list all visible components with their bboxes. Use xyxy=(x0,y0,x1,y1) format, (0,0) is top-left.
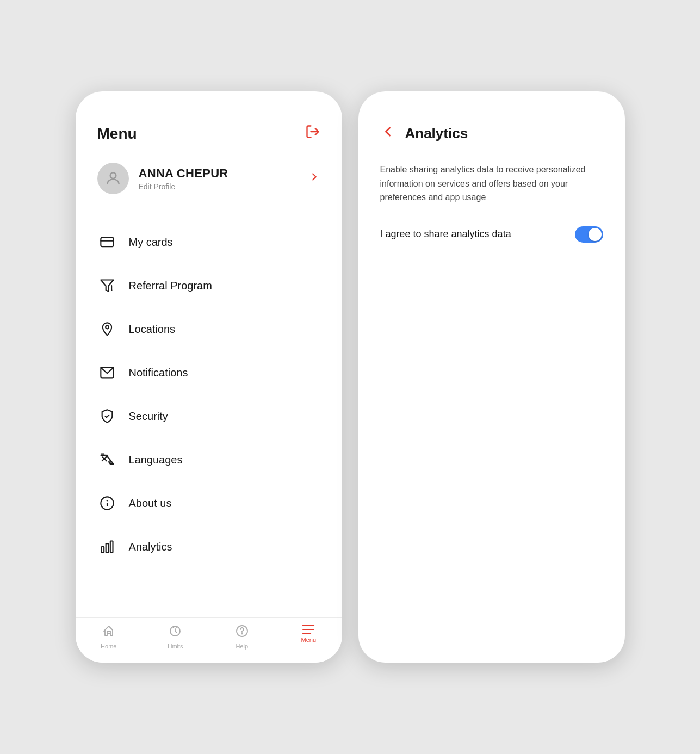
menu-item-languages-label: Languages xyxy=(129,454,183,466)
menu-title: Menu xyxy=(97,125,137,143)
menu-header: Menu xyxy=(97,124,320,143)
notifications-icon xyxy=(97,363,117,382)
nav-menu-label: Menu xyxy=(301,636,316,643)
referral-icon xyxy=(97,276,117,295)
toggle-track xyxy=(575,226,603,243)
analytics-toggle[interactable] xyxy=(575,226,603,243)
svg-point-1 xyxy=(110,172,116,178)
menu-item-locations-label: Locations xyxy=(129,323,176,336)
phones-container: Menu xyxy=(76,91,625,663)
menu-item-my-cards[interactable]: My cards xyxy=(97,220,320,264)
menu-item-analytics[interactable]: Analytics xyxy=(97,525,320,568)
analytics-toggle-row: I agree to share analytics data xyxy=(380,226,603,243)
languages-icon xyxy=(97,450,117,469)
profile-section[interactable]: ANNA CHEPUR Edit Profile xyxy=(97,163,320,194)
nav-item-limits[interactable]: Limits xyxy=(142,625,209,650)
profile-info: ANNA CHEPUR Edit Profile xyxy=(139,166,308,191)
menu-item-security[interactable]: Security xyxy=(97,394,320,438)
menu-icon xyxy=(302,625,314,634)
back-button[interactable] xyxy=(380,124,395,143)
menu-item-security-label: Security xyxy=(129,410,168,423)
toggle-label: I agree to share analytics data xyxy=(380,228,511,240)
menu-item-about-label: About us xyxy=(129,497,172,510)
svg-rect-2 xyxy=(101,238,113,246)
profile-arrow-icon xyxy=(308,171,320,186)
avatar xyxy=(97,163,129,194)
toggle-thumb xyxy=(589,228,602,241)
cards-icon xyxy=(97,232,117,252)
menu-item-languages[interactable]: Languages xyxy=(97,438,320,481)
menu-item-analytics-label: Analytics xyxy=(129,541,172,553)
menu-item-my-cards-label: My cards xyxy=(129,236,173,249)
menu-item-referral-label: Referral Program xyxy=(129,280,212,292)
analytics-page-title: Analytics xyxy=(405,125,468,142)
svg-rect-13 xyxy=(110,541,113,553)
about-icon xyxy=(97,493,117,513)
nav-limits-label: Limits xyxy=(168,643,183,650)
logout-icon[interactable] xyxy=(305,124,320,143)
menu-item-notifications-label: Notifications xyxy=(129,367,188,379)
svg-point-6 xyxy=(106,326,109,329)
home-icon xyxy=(102,625,115,641)
location-icon xyxy=(97,319,117,339)
profile-name: ANNA CHEPUR xyxy=(139,166,308,181)
menu-item-about[interactable]: About us xyxy=(97,481,320,525)
menu-item-referral[interactable]: Referral Program xyxy=(97,264,320,307)
bottom-nav: Home Limits xyxy=(76,617,342,663)
menu-phone: Menu xyxy=(76,91,342,663)
nav-home-label: Home xyxy=(101,643,116,650)
analytics-icon xyxy=(97,537,117,557)
nav-item-help[interactable]: Help xyxy=(209,625,276,650)
nav-item-home[interactable]: Home xyxy=(76,625,143,650)
analytics-header: Analytics xyxy=(380,124,603,143)
profile-edit-label: Edit Profile xyxy=(139,182,308,191)
menu-items-list: My cards Referral Program xyxy=(97,220,320,568)
help-icon xyxy=(236,625,249,641)
analytics-phone: Analytics Enable sharing analytics data … xyxy=(358,91,625,663)
limits-icon xyxy=(169,625,182,641)
analytics-description: Enable sharing analytics data to receive… xyxy=(380,163,603,205)
menu-item-notifications[interactable]: Notifications xyxy=(97,351,320,394)
svg-point-16 xyxy=(241,634,242,634)
svg-rect-12 xyxy=(106,543,108,552)
svg-rect-11 xyxy=(101,547,104,553)
menu-item-locations[interactable]: Locations xyxy=(97,307,320,351)
nav-help-label: Help xyxy=(236,643,248,650)
security-icon xyxy=(97,406,117,426)
nav-item-menu[interactable]: Menu xyxy=(275,625,342,650)
